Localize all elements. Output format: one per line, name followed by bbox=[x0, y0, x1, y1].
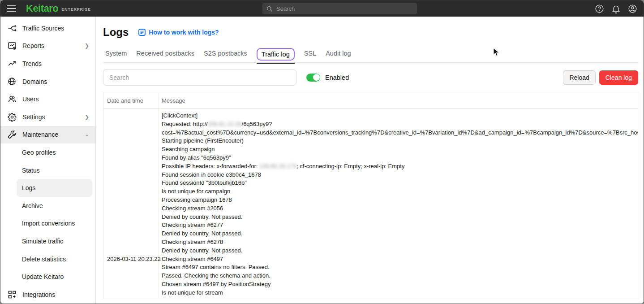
column-header-date: Date and time bbox=[103, 93, 159, 108]
sidebar-item-trends[interactable]: Trends bbox=[0, 55, 95, 73]
sidebar-subitem-label: Simulate traffic bbox=[22, 238, 63, 245]
log-message-line: Searching campaign bbox=[162, 145, 635, 154]
sidebar-subitem-geo-profiles[interactable]: Geo profiles bbox=[0, 143, 95, 161]
log-message-line: Starting pipeline (FirstEncouter) bbox=[162, 137, 635, 145]
log-message-line: Found session in cookie e3b0c4_1678 bbox=[162, 171, 635, 179]
enabled-toggle-label: Enabled bbox=[325, 74, 349, 81]
users-icon bbox=[8, 95, 17, 104]
log-message-line: Checking stream #6278 bbox=[162, 238, 635, 247]
domains-icon bbox=[8, 77, 17, 86]
sidebar-item-integrations[interactable]: Integrations bbox=[0, 286, 95, 304]
redacted-ip: 139.65.29.173 bbox=[259, 163, 296, 169]
sidebar-subitem-archive[interactable]: Archive bbox=[0, 197, 95, 215]
sidebar-item-settings[interactable]: Settings ❯ bbox=[0, 108, 95, 126]
log-message-line: Passed. Checking the schema and action. bbox=[162, 272, 635, 280]
sidebar-item-label: Domains bbox=[22, 78, 89, 85]
search-icon bbox=[266, 6, 273, 12]
trends-icon bbox=[8, 59, 17, 68]
sidebar: Traffic Sources Reports ❯ Trends Domains… bbox=[0, 17, 96, 304]
notifications-bell-icon[interactable] bbox=[611, 4, 621, 13]
tab-received-postbacks[interactable]: Received postbacks bbox=[136, 46, 194, 62]
log-message-line: Possible IP headers: x-forwarded-for: 13… bbox=[162, 162, 635, 171]
sidebar-item-label: Users bbox=[22, 96, 89, 103]
sidebar-subitem-update-keitaro[interactable]: Update Keitaro bbox=[0, 268, 95, 286]
doc-icon bbox=[138, 29, 146, 36]
tab-ssl[interactable]: SSL bbox=[304, 46, 316, 62]
global-search-input[interactable] bbox=[276, 5, 413, 12]
log-message-line: Denied by country. Not passed. bbox=[162, 213, 635, 221]
sidebar-subitem-import-conversions[interactable]: Import conversions bbox=[0, 215, 95, 233]
sidebar-subitem-label: Import conversions bbox=[22, 220, 75, 227]
sidebar-subitem-label: Delete statistics bbox=[22, 256, 66, 263]
tab-s2s-postbacks[interactable]: S2S postbacks bbox=[204, 46, 247, 62]
chevron-down-icon: ⌄ bbox=[85, 131, 89, 138]
log-message-line: cost=%7Bactual_cost%7D&currency=usd&exte… bbox=[162, 129, 635, 137]
tab-traffic-log[interactable]: Traffic log bbox=[257, 48, 295, 61]
sidebar-item-label: Settings bbox=[22, 113, 85, 121]
log-search-input[interactable] bbox=[103, 69, 296, 86]
log-message-line: Checking stream #6277 bbox=[162, 221, 635, 230]
log-message-line: Chosen stream #6497 by PositionStrategy bbox=[162, 280, 635, 289]
sidebar-item-traffic-sources[interactable]: Traffic Sources bbox=[0, 19, 95, 37]
chevron-right-icon: ❯ bbox=[85, 114, 89, 120]
log-message-line: Processing campaign 1678 bbox=[162, 196, 635, 204]
help-link-text[interactable]: How to work with logs? bbox=[149, 29, 219, 36]
log-message-line: Schema is redirect, skip choosing landin… bbox=[162, 297, 635, 298]
enabled-toggle[interactable] bbox=[306, 74, 320, 82]
integrations-icon bbox=[8, 290, 17, 299]
sidebar-item-maintenance[interactable]: Maintenance ⌄ bbox=[0, 126, 95, 144]
log-message-line: Denied by country. Not passed. bbox=[162, 230, 635, 238]
log-message-cell: [ClickContext]Requested: http://206.81.2… bbox=[159, 109, 638, 298]
log-table: Date and time Message 2026-03-11 20:23:2… bbox=[103, 93, 638, 298]
log-message-line: Is not unique for campaign bbox=[162, 187, 635, 196]
log-message-line: Denied by country. Not passed. bbox=[162, 247, 635, 255]
sidebar-subitem-logs[interactable]: Logs bbox=[17, 179, 92, 197]
log-message-line: Found sessionId "3b0toufkjb16b" bbox=[162, 179, 635, 187]
log-message-line: Is not unique for stream bbox=[162, 289, 635, 297]
page-title: Logs bbox=[103, 26, 129, 39]
sidebar-item-label: Reports bbox=[22, 42, 85, 49]
log-message-line: [ClickContext] bbox=[162, 112, 635, 120]
keitaro-logo: Keitaro bbox=[26, 3, 58, 14]
log-message-line: Requested: http://206.81.22.26/6q563py9? bbox=[162, 120, 635, 129]
log-tabs: System Received postbacks S2S postbacks … bbox=[103, 46, 638, 63]
sidebar-item-label: Integrations bbox=[22, 291, 89, 298]
sidebar-subitem-status[interactable]: Status bbox=[0, 161, 95, 179]
hamburger-menu-icon[interactable] bbox=[7, 5, 16, 12]
log-message-line: Checking stream #6497 bbox=[162, 255, 635, 264]
keitaro-app-window: Keitaro ENTERPRISE Traffic Sources Repor… bbox=[0, 0, 644, 304]
tab-audit-log[interactable]: Audit log bbox=[326, 46, 351, 62]
help-icon[interactable] bbox=[595, 4, 604, 13]
column-header-message: Message bbox=[159, 93, 638, 108]
log-message-line: Found by alias "6q563py9" bbox=[162, 154, 635, 162]
sidebar-item-reports[interactable]: Reports ❯ bbox=[0, 37, 95, 55]
log-date-cell: 2026-03-11 20:23:22 bbox=[103, 109, 159, 298]
account-icon[interactable] bbox=[628, 4, 637, 13]
sidebar-subitem-label: Logs bbox=[22, 184, 35, 191]
sidebar-subitem-label: Update Keitaro bbox=[22, 273, 64, 280]
reports-icon bbox=[8, 41, 17, 50]
sidebar-subitem-label: Geo profiles bbox=[22, 149, 56, 156]
help-doc-link[interactable]: How to work with logs? bbox=[138, 29, 219, 36]
sidebar-item-label: Traffic Sources bbox=[22, 25, 89, 32]
sidebar-item-label: Trends bbox=[22, 60, 89, 67]
global-search[interactable] bbox=[262, 3, 417, 14]
enabled-toggle-wrap[interactable]: Enabled bbox=[306, 74, 349, 82]
sidebar-subitem-delete-statistics[interactable]: Delete statistics bbox=[0, 250, 95, 268]
sidebar-item-label: Maintenance bbox=[22, 131, 85, 138]
log-message-line: Stream #6497 contains no filters. Passed… bbox=[162, 263, 635, 272]
traffic-sources-icon bbox=[8, 24, 17, 33]
redacted-ip: 206.81.22.26 bbox=[208, 121, 242, 127]
reload-button[interactable]: Reload bbox=[563, 70, 595, 85]
sidebar-subitem-label: Archive bbox=[22, 202, 43, 209]
main-content: Logs How to work with logs? System Recei… bbox=[96, 17, 644, 304]
enterprise-badge: ENTERPRISE bbox=[61, 7, 91, 12]
clean-log-button[interactable]: Clean log bbox=[599, 70, 638, 85]
sidebar-subitem-simulate-traffic[interactable]: Simulate traffic bbox=[0, 232, 95, 250]
tab-system[interactable]: System bbox=[105, 46, 127, 62]
table-row: 2026-03-11 20:23:22 [ClickContext]Reques… bbox=[103, 109, 638, 298]
sidebar-item-users[interactable]: Users bbox=[0, 90, 95, 108]
log-message-line: Checking stream #2056 bbox=[162, 204, 635, 213]
log-datetime: 2026-03-11 20:23:22 bbox=[107, 256, 161, 262]
sidebar-item-domains[interactable]: Domains bbox=[0, 73, 95, 91]
